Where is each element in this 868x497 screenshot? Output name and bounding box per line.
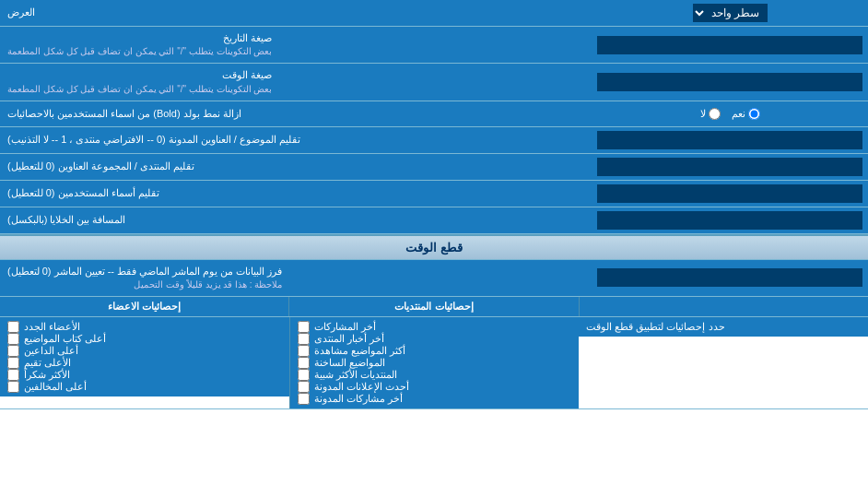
cut-time-input[interactable]: 0 [597, 268, 862, 287]
cb-member-4-input[interactable] [7, 357, 19, 369]
time-format-row: H:i صيغة الوقت بعض التكوينات يتطلب "/" ا… [0, 64, 868, 101]
date-format-row: d-m صيغة التاريخ بعض التكوينات يتطلب "/"… [0, 27, 868, 64]
cb-forum-7[interactable]: أخر مشاركات المدونة [298, 393, 572, 405]
forum-order-input[interactable]: 33 [597, 158, 862, 176]
checkboxes-title-row: إحصائيات المنتديات إحصائيات الاعضاء [0, 297, 868, 317]
cb-forum-6-input[interactable] [298, 381, 310, 393]
cb-forum-7-input[interactable] [298, 393, 310, 405]
cb-forum-5[interactable]: المنتديات الأكثر شبية [298, 369, 572, 381]
cell-spacing-input[interactable]: 2 [597, 211, 862, 230]
cb-forum-3-input[interactable] [298, 345, 310, 357]
time-format-cell[interactable]: H:i [592, 64, 868, 100]
forum-order-cell[interactable]: 33 [592, 154, 868, 180]
checkboxes-content-row: حدد إحصائيات لتطبيق قطع الوقت أخر المشار… [0, 317, 868, 409]
cb-forum-2-input[interactable] [298, 333, 310, 345]
time-format-input[interactable]: H:i [597, 73, 862, 91]
display-label: العرض [0, 0, 592, 26]
cb-member-3[interactable]: أعلى الداعين [7, 345, 282, 357]
title-order-cell[interactable]: 33 [592, 127, 868, 153]
time-format-label: صيغة الوقت بعض التكوينات يتطلب "/" التي … [0, 64, 592, 100]
bold-yes-radio[interactable] [748, 108, 760, 120]
cb-forum-2[interactable]: أخر أخبار المنتدى [298, 333, 572, 345]
cb-member-5-input[interactable] [7, 369, 19, 381]
user-names-input[interactable]: 0 [597, 184, 862, 203]
user-names-cell[interactable]: 0 [592, 181, 868, 207]
cb-member-4[interactable]: الأعلى تقيم [7, 357, 282, 369]
cb-member-2[interactable]: أعلى كتاب المواضيع [7, 333, 282, 345]
cb-member-3-input[interactable] [7, 345, 19, 357]
bold-remove-row: نعم لا ازالة نمط بولد (Bold) من اسماء ال… [0, 101, 868, 127]
single-line-cell[interactable]: سطر واحد سطرين ثلاثة أسطر [592, 0, 868, 26]
cb-member-6[interactable]: أعلى المخالفين [7, 381, 282, 393]
cell-spacing-row: 2 المسافة بين الخلايا (بالبكسل) [0, 207, 868, 234]
col2-title: إحصائيات المنتديات [288, 297, 578, 316]
cb-forum-6[interactable]: أحدث الإعلانات المدونة [298, 381, 572, 393]
cut-time-main-label: فرز البيانات من يوم الماشر الماضي فقط --… [7, 265, 282, 278]
title-order-row: 33 تقليم الموضوع / العناوين المدونة (0 -… [0, 127, 868, 154]
cb-member-5[interactable]: الأكثر شكراً [7, 369, 282, 381]
forum-stats-col: أخر المشاركات أخر أخبار المنتدى أكثر الم… [289, 317, 580, 408]
title-order-input[interactable]: 33 [597, 131, 862, 149]
time-format-sublabel: بعض التكوينات يتطلب "/" التي يمكن ان تضا… [7, 83, 272, 96]
cb-member-2-input[interactable] [7, 333, 19, 345]
cb-forum-5-input[interactable] [298, 369, 310, 381]
cell-spacing-cell[interactable]: 2 [592, 207, 868, 233]
bold-yes-label[interactable]: نعم [732, 108, 760, 120]
cell-spacing-label: المسافة بين الخلايا (بالبكسل) [0, 207, 592, 233]
single-line-row: سطر واحد سطرين ثلاثة أسطر العرض [0, 0, 868, 27]
cb-forum-3[interactable]: أكثر المواضيع مشاهدة [298, 345, 572, 357]
bold-no-radio[interactable] [709, 108, 721, 120]
cb-member-1[interactable]: الأعضاء الجدد [7, 321, 282, 333]
cb-forum-4[interactable]: المواضيع الساخنة [298, 357, 572, 369]
user-names-row: 0 تقليم أسماء المستخدمين (0 للتعطيل) [0, 181, 868, 207]
title-order-label: تقليم الموضوع / العناوين المدونة (0 -- ا… [0, 127, 592, 153]
main-container: سطر واحد سطرين ثلاثة أسطر العرض d-m صيغة… [0, 0, 868, 409]
date-format-label: صيغة التاريخ بعض التكوينات يتطلب "/" الت… [0, 27, 592, 63]
apply-stats-label: حدد إحصائيات لتطبيق قطع الوقت [579, 317, 868, 337]
date-format-sublabel: بعض التكوينات يتطلب "/" التي يمكن ان تضا… [7, 45, 272, 58]
date-format-cell[interactable]: d-m [592, 27, 868, 63]
col1-empty-title [579, 297, 868, 316]
col3-title: إحصائيات الاعضاء [0, 297, 288, 316]
cb-forum-4-input[interactable] [298, 357, 310, 369]
cb-forum-1-input[interactable] [298, 321, 310, 333]
cut-time-label: فرز البيانات من يوم الماشر الماضي فقط --… [0, 260, 592, 296]
time-format-title: صيغة الوقت [7, 68, 272, 82]
user-names-label: تقليم أسماء المستخدمين (0 للتعطيل) [0, 181, 592, 207]
member-stats-col: الأعضاء الجدد أعلى كتاب المواضيع أعلى ال… [0, 317, 289, 396]
cb-member-6-input[interactable] [7, 381, 19, 393]
forum-order-row: 33 تقليم المنتدى / المجموعة العناوين (0 … [0, 154, 868, 181]
bold-no-label[interactable]: لا [700, 108, 721, 120]
cut-time-cell[interactable]: 0 [592, 260, 868, 296]
forum-order-label: تقليم المنتدى / المجموعة العناوين (0 للت… [0, 154, 592, 180]
date-format-input[interactable]: d-m [597, 36, 862, 54]
cb-forum-1[interactable]: أخر المشاركات [298, 321, 572, 333]
cut-time-row: 0 فرز البيانات من يوم الماشر الماضي فقط … [0, 260, 868, 297]
bold-remove-label: ازالة نمط بولد (Bold) من اسماء المستخدمي… [0, 101, 592, 126]
single-line-select[interactable]: سطر واحد سطرين ثلاثة أسطر [693, 4, 768, 22]
date-format-title: صيغة التاريخ [7, 31, 272, 45]
bold-remove-radio-cell: نعم لا [592, 101, 868, 126]
cb-member-1-input[interactable] [7, 321, 19, 333]
cut-time-header: قطع الوقت [0, 234, 868, 260]
cut-time-sublabel: ملاحظة : هذا قد يزيد قليلاً وقت التحميل [7, 278, 282, 291]
